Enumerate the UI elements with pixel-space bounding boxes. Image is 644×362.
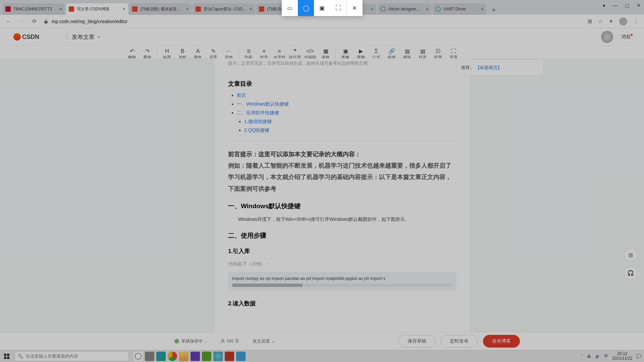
reload-button[interactable]: ⟳ [31,18,38,25]
breadcrumb[interactable]: 〈 发布文章 ▾ [63,33,100,41]
toc-link[interactable]: 前言 [237,93,246,98]
divider [228,141,456,141]
task-app-icon[interactable] [225,352,234,361]
preface-prompt: 提示：这里可以添加本文要记录的大概内容： [240,151,361,158]
snip-close-button[interactable]: ✕ [346,0,363,16]
snip-freeform-button[interactable]: ◯ [298,0,314,16]
browser-account-icon[interactable]: ● [603,3,605,8]
toolbar-icon: 🔗 [388,48,395,55]
word-count: 共 705 字 [221,338,239,344]
task-app-icon[interactable] [236,352,246,361]
support-icon[interactable]: 🎧 [624,266,637,280]
install-icon[interactable]: ⊞ [588,18,592,24]
schedule-label: 定时发布 [450,338,469,344]
tab-close-icon[interactable]: × [371,6,374,12]
toolbar-separator [157,50,157,58]
toolbar-icon: ⋯ [226,48,231,55]
toc-link[interactable]: 一、Windows默认快捷键 [237,101,289,107]
code-block[interactable]: import numpy as np import pandas as pd i… [228,272,456,291]
extensions-icon[interactable]: ✦ [609,18,613,24]
url-field[interactable]: mp.csdn.net/mp_blog/creation/editor [44,19,588,24]
window-maximize-icon[interactable]: ▢ [625,3,629,8]
bookmark-icon[interactable]: ☆ [598,18,603,24]
tab-close-icon[interactable]: × [123,6,125,12]
tray-volume-icon[interactable]: 🔊 [595,354,600,359]
tab-close-icon[interactable]: × [426,6,429,12]
toc-link[interactable]: 1.微信快捷键 [244,119,272,124]
toolbar-icon: ❝ [293,48,297,55]
schedule-button[interactable]: 定时发布 [441,335,478,348]
snip-window-button[interactable]: ▣ [314,0,330,16]
task-app-icon[interactable] [191,352,200,361]
browser-tab[interactable]: TM4C1294NCPDTT3 × [3,3,65,15]
tab-title: 写文章-CSDN博客 [77,6,121,12]
tray-clock[interactable]: 20:12 2021/11/22 [612,352,632,360]
toc-link[interactable]: 二、应用软件快捷键 [237,110,279,115]
publish-settings[interactable]: 发文设置 ⌄ [253,338,275,344]
task-edge-icon[interactable] [156,352,166,361]
svg-rect-2 [4,357,6,359]
address-bar: ← → ⟳ mp.csdn.net/mp_blog/creation/edito… [0,15,644,28]
svg-rect-0 [4,354,6,356]
tray-ime[interactable]: 中 [604,353,608,359]
scrollbar-thumb[interactable] [232,284,303,287]
side-hint-card: 推荐。 【标题规范】 [456,60,543,76]
tab-close-icon[interactable]: × [250,6,252,12]
tab-close-icon[interactable]: × [186,6,189,12]
tray-network-icon[interactable]: 🖧 [587,354,591,359]
snip-fullscreen-button[interactable]: ⛶ [330,0,346,16]
toolbar-icon: ▶ [359,48,363,55]
start-button[interactable] [0,350,13,362]
browser-tab[interactable]: UART Driver × [433,3,486,15]
browser-tab[interactable]: Altium designer如何… × [378,3,431,15]
taskbar-search[interactable]: 🔍 在这里输入你要搜索的内容 [15,351,129,361]
toolbar-icon: ✎ [211,48,216,55]
browser-tab-active[interactable]: 写文章-CSDN博客 × [66,3,128,15]
kebab-menu-icon[interactable]: ⋮ [633,18,639,24]
code-scrollbar[interactable] [232,284,452,287]
browser-tab[interactable]: 雷达Capon算法- CSD… × [193,3,255,15]
messages-link[interactable]: 消息 [621,34,631,40]
window-close-icon[interactable]: ✕ [637,3,641,8]
tab-close-icon[interactable]: × [481,6,484,12]
task-view-icon[interactable] [145,352,154,361]
search-icon: 🔍 [18,354,23,359]
status-ok-icon [174,339,179,344]
toolbar-icon: H [165,48,169,55]
publish-label: 发布博客 [492,338,511,344]
task-explorer-icon[interactable] [179,352,189,361]
browser-tab[interactable]: (79条消息) 毫米波雷… × [129,3,192,15]
snip-rect-button[interactable]: ▭ [282,0,298,16]
tray-chevron-icon[interactable]: ˄ [581,354,583,359]
forward-button[interactable]: → [18,18,25,25]
task-chrome-icon[interactable] [168,352,177,361]
messages-label: 消息 [621,34,631,39]
toolbar-icon: ↷ [145,48,150,55]
user-avatar[interactable] [601,31,613,43]
section-2-heading: 二、使用步骤 [228,231,456,240]
chevron-down-icon: ⌄ [271,339,275,344]
tab-title: UART Driver [443,7,479,11]
csdn-logo-icon [13,33,21,41]
tab-title: TM4C1294NCPDTT3 [13,7,57,11]
editor-paper[interactable]: 提示：文章写完后，目录可以自动生成，如何生成可参考右边的帮助文档 文章目录 前言… [215,58,470,344]
window-minimize-icon[interactable]: — [613,3,618,8]
publish-button[interactable]: 发布博客 [483,335,520,348]
task-app-icon[interactable] [213,352,223,361]
csdn-logo[interactable]: CSDN [13,33,39,41]
tray-time: 20:12 [612,352,632,356]
save-draft-button[interactable]: 保存草稿 [398,335,435,348]
windows-taskbar: 🔍 在这里输入你要搜索的内容 ˄ 🖧 🔊 中 20:12 2021/11/22 … [0,350,644,362]
title-spec-link[interactable]: 【标题规范】 [476,65,502,70]
toc-link[interactable]: 2.QQ快捷键 [244,127,269,133]
task-cortana-icon[interactable] [133,352,143,361]
qr-icon[interactable]: ▦ [624,248,637,261]
back-button[interactable]: ← [5,18,12,25]
profile-avatar[interactable] [619,17,627,25]
new-tab-button[interactable]: + [489,5,498,15]
toolbar-icon: ≡ [262,48,265,55]
tab-close-icon[interactable]: × [59,6,62,12]
task-app-icon[interactable] [202,352,211,361]
favicon-csdn [132,6,138,12]
tray-notifications-icon[interactable]: 💬 [636,354,641,359]
